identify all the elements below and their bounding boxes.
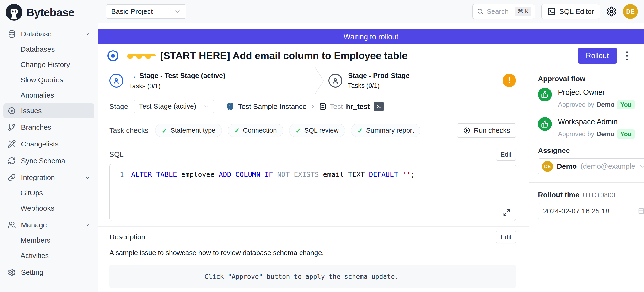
chevron-right-icon	[310, 103, 316, 110]
settings-gear-icon[interactable]	[606, 6, 617, 17]
search-icon	[476, 8, 484, 15]
sidebar-item-label: Slow Queries	[20, 76, 63, 84]
check-summary-report[interactable]: ✓ Summary report	[351, 124, 421, 137]
sidebar-item-label: Issues	[21, 107, 42, 115]
sidebar-item-label: Anomalies	[20, 91, 54, 99]
sidebar-item-label: Members	[20, 236, 50, 244]
sidebar-item-slow-queries[interactable]: Slow Queries	[0, 72, 98, 88]
play-circle-icon	[463, 127, 470, 134]
database-icon	[8, 30, 16, 38]
issue-header: [START HERE] Add email column to Employe…	[98, 44, 644, 68]
chevron-down-icon	[84, 175, 90, 181]
sidebar-item-databases[interactable]: Databases	[0, 42, 98, 57]
you-badge: You	[617, 129, 635, 139]
instance-name[interactable]: Test Sample Instance	[238, 102, 306, 111]
approval-flow-title: Approval flow	[538, 75, 644, 83]
current-stage-arrow: →	[129, 71, 137, 80]
sidebar-item-label: Integration	[21, 174, 55, 182]
run-checks-label: Run checks	[474, 127, 510, 134]
approval-connector-line	[545, 102, 545, 126]
assignee-name: Demo	[557, 162, 577, 170]
stage-tasks-count: (0/1)	[366, 82, 380, 89]
stage-prod[interactable]: Stage - Prod Stage Tasks (0/1)	[328, 68, 410, 94]
task-checks-row: Task checks ✓ Statement type ✓ Connectio…	[98, 119, 529, 142]
approval-step-project-owner: Project Owner Approved by Demo You	[538, 88, 644, 109]
stage-select-dropdown[interactable]: Test Stage (active)	[134, 100, 214, 113]
task-checks-label: Task checks	[110, 126, 148, 134]
sql-editor-button[interactable]: SQL Editor	[541, 4, 600, 19]
more-options-menu[interactable]	[622, 49, 632, 63]
stage-name[interactable]: Stage - Test Stage (active)	[140, 72, 225, 80]
issue-side-panel: Approval flow Project Owner Approved by …	[529, 68, 644, 288]
sidebar-item-issues[interactable]: Issues	[3, 103, 94, 118]
sql-section-title: SQL	[110, 150, 124, 159]
sidebar-item-anomalies[interactable]: Anomalies	[0, 88, 98, 103]
open-in-sql-editor-icon[interactable]	[374, 102, 384, 111]
panel-divider	[529, 182, 644, 183]
terminal-icon	[547, 7, 556, 16]
stage-test[interactable]: → Stage - Test Stage (active) Tasks (0/1…	[110, 68, 225, 94]
rollout-time-input[interactable]: 2024-02-07 16:25:18	[538, 203, 644, 219]
approved-by-text: Approved by	[558, 101, 594, 108]
stage-picker-label: Stage	[110, 102, 128, 111]
issue-title: [START HERE] Add email column to Employe…	[160, 50, 408, 62]
sidebar-item-branches[interactable]: Branches	[0, 120, 98, 135]
rollout-button[interactable]: Rollout	[578, 48, 617, 64]
sidebar-group-integration[interactable]: Integration	[0, 170, 98, 185]
check-pass-icon: ✓	[357, 126, 363, 135]
check-statement-type[interactable]: ✓ Statement type	[155, 124, 222, 137]
chevron-down-icon	[84, 31, 90, 37]
main-content: Waiting to rollout [START HERE] Add emai…	[98, 24, 644, 292]
check-connection[interactable]: ✓ Connection	[228, 124, 283, 137]
sql-editor[interactable]: 1 ALTER TABLE employee ADD COLUMN IF NOT…	[110, 164, 516, 221]
approval-role: Workspace Admin	[558, 117, 635, 126]
sidebar-group-database[interactable]: Database	[0, 26, 98, 42]
sidebar-item-webhooks[interactable]: Webhooks	[0, 201, 98, 216]
sidebar-item-activities[interactable]: Activities	[0, 248, 98, 263]
assignee-title: Assignee	[538, 147, 644, 155]
stage-tasks-link[interactable]: Tasks	[129, 83, 146, 90]
sync-refresh-icon	[8, 157, 16, 165]
sidebar-item-sync-schema[interactable]: Sync Schema	[0, 153, 98, 169]
sidebar-item-setting[interactable]: Setting	[0, 265, 98, 280]
project-selector[interactable]: Basic Project	[106, 4, 186, 19]
chevron-down-icon	[174, 8, 181, 15]
sidebar-item-label: Webhooks	[20, 204, 54, 212]
run-checks-button[interactable]: Run checks	[457, 123, 516, 138]
project-selector-value: Basic Project	[111, 8, 153, 16]
sidebar-item-gitops[interactable]: GitOps	[0, 185, 98, 201]
sidebar-group-manage[interactable]: Manage	[0, 217, 98, 233]
expand-editor-icon[interactable]	[503, 209, 510, 216]
description-edit-button[interactable]: Edit	[496, 231, 516, 243]
sidebar-item-members[interactable]: Members	[0, 233, 98, 248]
section-divider	[98, 226, 529, 227]
database-breadcrumb: Test Sample Instance Test hr_test	[226, 102, 384, 111]
issue-main-column: → Stage - Test Stage (active) Tasks (0/1…	[98, 68, 529, 288]
assignee-dropdown[interactable]: DE Demo (demo@example	[538, 159, 644, 174]
search-input[interactable]: Search ⌘ K	[472, 4, 535, 19]
approval-role: Project Owner	[558, 88, 635, 97]
bytebase-logo[interactable]: Bytebase	[0, 0, 98, 23]
check-pass-icon: ✓	[162, 126, 168, 135]
stage-tasks-label: Tasks	[348, 82, 364, 89]
database-name[interactable]: hr_test	[346, 102, 370, 111]
users-icon	[8, 221, 16, 229]
environment-name: Test	[330, 102, 343, 111]
sql-edit-button[interactable]: Edit	[496, 148, 516, 161]
check-pass-icon: ✓	[234, 126, 240, 135]
user-avatar[interactable]: DE	[623, 4, 638, 19]
sidebar-item-change-history[interactable]: Change History	[0, 57, 98, 72]
sidebar-item-label: Databases	[20, 45, 55, 53]
check-label: Summary report	[366, 127, 414, 134]
check-sql-review[interactable]: ✓ SQL review	[289, 124, 345, 137]
sidebar-item-changelists[interactable]: Changelists	[0, 136, 98, 152]
check-label: SQL review	[304, 127, 339, 134]
brand-name: Bytebase	[26, 6, 74, 19]
description-section-title: Description	[110, 233, 145, 241]
sidebar-item-label: Sync Schema	[21, 157, 65, 165]
sidebar-item-label: Manage	[21, 221, 47, 229]
status-banner: Waiting to rollout	[98, 30, 644, 44]
sidebar-item-label: Setting	[21, 268, 43, 276]
chevron-down-icon	[639, 163, 644, 170]
approval-step-workspace-admin: Workspace Admin Approved by Demo You	[538, 117, 644, 139]
